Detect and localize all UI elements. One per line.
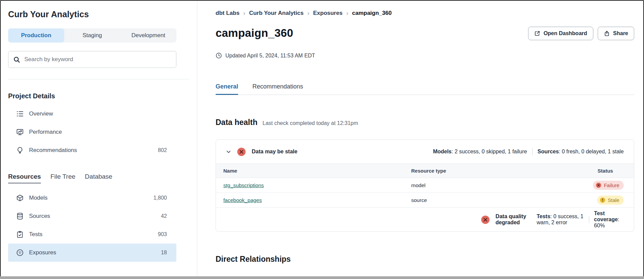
tab-recommendations[interactable]: Recommendations xyxy=(252,83,303,95)
breadcrumb-current: campaign_360 xyxy=(352,10,392,17)
sidebar-item-overview[interactable]: Overview xyxy=(8,105,176,123)
env-tab-staging[interactable]: Staging xyxy=(64,28,120,43)
breadcrumb-exposures[interactable]: Exposures xyxy=(313,10,343,17)
open-dashboard-button[interactable]: Open Dashboard xyxy=(528,27,593,40)
sidebar-item-models[interactable]: Models 1,800 xyxy=(8,189,176,207)
cube-icon xyxy=(16,194,24,202)
sidebar-item-label: Models xyxy=(29,195,48,201)
sidebar-item-tests[interactable]: Tests 903 xyxy=(8,225,176,244)
sidebar-item-label: Exposures xyxy=(29,249,56,256)
sources-stats-value: : 0 fresh, 0 delayed, 1 stale xyxy=(559,149,624,154)
chevron-right-icon: › xyxy=(243,10,245,16)
stats-divider xyxy=(532,148,532,155)
quality-section-row[interactable]: Data quality degraded Tests: 0 success, … xyxy=(216,208,634,231)
column-header-status: Status xyxy=(587,168,624,174)
app-window: Curb Your Analytics Production Staging D… xyxy=(0,0,644,279)
quality-section-stats: Tests: 0 success, 1 warn, 2 error Test c… xyxy=(537,210,624,229)
performance-icon xyxy=(16,128,24,136)
sidebar-item-performance[interactable]: Performance xyxy=(8,123,176,141)
coverage-stats-label: Test coverage xyxy=(594,210,618,222)
updated-timestamp: Updated April 5, 2024, 11:53 AM EDT xyxy=(216,52,634,59)
page-title: campaign_360 xyxy=(216,27,293,40)
breadcrumb-project[interactable]: Curb Your Analytics xyxy=(249,10,303,17)
share-label: Share xyxy=(613,30,628,36)
gauge-icon xyxy=(16,249,24,256)
external-link-icon xyxy=(534,30,540,36)
resource-view-tabs: Resources File Tree Database xyxy=(8,173,176,183)
horizontal-scrollbar[interactable] xyxy=(0,276,644,279)
detail-tabs: General Recommendations xyxy=(216,83,634,95)
database-icon xyxy=(16,212,24,220)
tab-file-tree[interactable]: File Tree xyxy=(50,173,75,183)
environment-switcher: Production Staging Development xyxy=(8,28,176,43)
share-icon xyxy=(604,30,610,36)
error-circle-icon xyxy=(481,215,490,224)
tab-resources[interactable]: Resources xyxy=(8,173,41,183)
failure-icon xyxy=(596,182,601,188)
chevron-right-icon[interactable] xyxy=(226,95,475,279)
project-details-heading: Project Details xyxy=(8,92,176,100)
page-header: campaign_360 Open Dashboard Share xyxy=(216,27,634,40)
sidebar-item-label: Recommendations xyxy=(29,147,77,154)
main-content: dbt Labs › Curb Your Analytics › Exposur… xyxy=(197,1,643,279)
quality-section-title: Data quality degraded xyxy=(496,213,531,226)
sidebar-item-exposures[interactable]: Exposures 18 xyxy=(8,244,176,262)
tests-stats-label: Tests xyxy=(537,213,550,219)
env-tab-production[interactable]: Production xyxy=(8,28,64,43)
updated-text: Updated April 5, 2024, 11:53 AM EDT xyxy=(225,53,315,59)
exposures-count: 18 xyxy=(161,250,167,256)
clipboard-check-icon xyxy=(16,231,24,238)
breadcrumb-dbt-labs[interactable]: dbt Labs xyxy=(216,10,240,17)
sidebar-item-recommendations[interactable]: Recommendations 802 xyxy=(8,141,176,159)
clock-icon xyxy=(216,52,222,59)
open-dashboard-label: Open Dashboard xyxy=(544,30,587,36)
lightbulb-icon xyxy=(16,147,24,154)
models-count: 1,800 xyxy=(153,195,167,201)
stats-divider xyxy=(589,216,589,223)
project-title: Curb Your Analytics xyxy=(8,9,176,19)
search-icon xyxy=(13,56,20,63)
tab-general[interactable]: General xyxy=(216,83,238,95)
tests-count: 903 xyxy=(158,231,167,237)
recommendations-count: 802 xyxy=(158,147,167,153)
tab-database[interactable]: Database xyxy=(85,173,112,183)
status-badge-label: Failure xyxy=(604,182,619,188)
sidebar-item-label: Overview xyxy=(29,110,53,117)
sources-count: 42 xyxy=(161,213,167,219)
sources-stats-label: Sources xyxy=(538,149,559,154)
breadcrumb: dbt Labs › Curb Your Analytics › Exposur… xyxy=(216,10,634,17)
status-badge-label: Stale xyxy=(608,197,619,203)
stale-icon xyxy=(600,197,605,203)
status-badge-stale: Stale xyxy=(597,196,624,205)
list-icon xyxy=(16,110,24,118)
sidebar-divider xyxy=(8,79,189,79)
page-actions: Open Dashboard Share xyxy=(528,27,634,40)
sidebar: Curb Your Analytics Production Staging D… xyxy=(1,1,197,279)
search-input[interactable] xyxy=(24,56,171,63)
sidebar-item-label: Sources xyxy=(29,213,50,220)
resources-nav: Models 1,800 Sources 42 Tests 903 Exposu… xyxy=(8,189,176,262)
sidebar-item-label: Tests xyxy=(29,231,43,238)
sidebar-item-label: Performance xyxy=(29,129,62,135)
project-details-nav: Overview Performance Recommendations 802 xyxy=(8,105,176,159)
search-box[interactable] xyxy=(8,51,176,68)
chevron-right-icon: › xyxy=(346,10,348,16)
data-health-card: Data may be stale Models: 2 success, 0 s… xyxy=(216,140,634,232)
status-badge-failure: Failure xyxy=(593,181,624,190)
share-button[interactable]: Share xyxy=(598,27,634,40)
chevron-right-icon: › xyxy=(307,10,309,16)
env-tab-development[interactable]: Development xyxy=(120,28,176,43)
sidebar-item-sources[interactable]: Sources 42 xyxy=(8,207,176,225)
